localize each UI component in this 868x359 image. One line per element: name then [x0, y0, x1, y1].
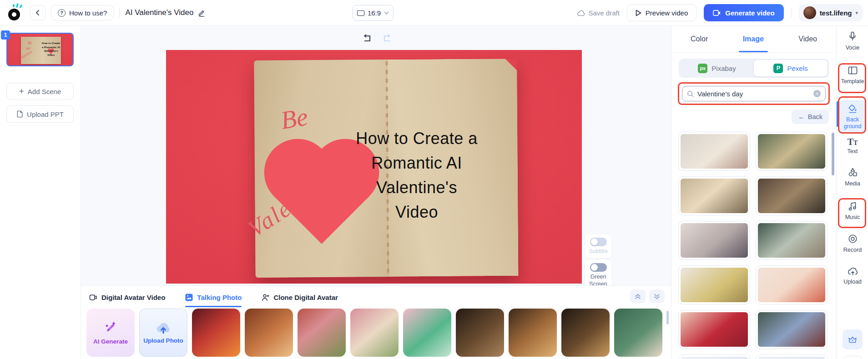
mini-handwriting: Valentine: [20, 50, 33, 60]
image-result[interactable]: [678, 265, 750, 304]
avatar-thumbnail[interactable]: [614, 309, 662, 357]
subtitle-toggle[interactable]: Subtitle: [585, 234, 611, 258]
avatar-thumbnail[interactable]: [403, 309, 451, 357]
search-icon: [687, 90, 694, 97]
image-results-grid: [678, 132, 828, 359]
image-result[interactable]: [678, 354, 750, 359]
rail-item-voice[interactable]: Vocie: [837, 31, 868, 51]
avatar-thumbnail[interactable]: [192, 309, 240, 357]
green-screen-switch[interactable]: [590, 263, 607, 272]
avatar-thumbnail[interactable]: [350, 309, 399, 357]
generate-video-button[interactable]: Generate video: [704, 4, 783, 21]
result-image: [681, 268, 748, 302]
video-canvas[interactable]: Be my Valentine How to Create a Romantic…: [166, 50, 582, 284]
rail-item-music[interactable]: Music: [837, 201, 868, 221]
question-icon: ?: [58, 9, 66, 17]
search-input[interactable]: [697, 90, 810, 98]
image-result[interactable]: [678, 221, 750, 260]
rail-label: Text: [837, 148, 868, 155]
avatar-thumbnail[interactable]: [509, 309, 557, 357]
cloud-upload-icon: [155, 320, 172, 334]
results-scrollbar[interactable]: [832, 133, 834, 175]
avatar-thumbnail[interactable]: [456, 309, 504, 357]
divider: [119, 8, 120, 18]
tab-talking-photo[interactable]: Talking Photo: [185, 289, 242, 305]
image-result[interactable]: [756, 265, 828, 304]
tab-label: Clone Digital Avatar: [273, 294, 338, 301]
image-result[interactable]: [756, 132, 828, 171]
avatar-thumbnail[interactable]: [298, 309, 346, 357]
video-icon: [713, 10, 721, 16]
how-to-use-button[interactable]: ? How to use?: [51, 5, 114, 20]
rail-label: Record: [837, 247, 868, 254]
logo-tick: [19, 5, 23, 9]
rail-item-background[interactable]: Back ground: [839, 100, 866, 133]
tab-color[interactable]: Color: [691, 26, 708, 52]
record-icon: [848, 234, 858, 244]
source-pixabay[interactable]: px Pixabay: [680, 60, 754, 76]
rail-item-text[interactable]: TT Text: [837, 137, 868, 155]
upload-photo-button[interactable]: Upload Photo: [139, 309, 187, 357]
ratio-rect-icon: [357, 10, 364, 16]
document-icon: [16, 110, 23, 118]
image-result[interactable]: [678, 176, 750, 215]
tab-video[interactable]: Video: [798, 26, 817, 52]
source-pexels[interactable]: P Pexels: [754, 60, 828, 76]
image-result[interactable]: [678, 132, 750, 171]
premium-crown-button[interactable]: [843, 329, 863, 349]
avatar-panel: Digital Avatar Video Talking Photo Clone…: [81, 285, 671, 359]
background-panel: Color Image Video px Pixabay P Pexels × …: [671, 26, 836, 359]
tab-image[interactable]: Image: [743, 26, 764, 52]
back-button-panel[interactable]: ← Back: [792, 110, 829, 124]
scene-number-badge: 1: [1, 30, 10, 40]
result-image: [758, 179, 825, 213]
collapse-panel-button[interactable]: [630, 289, 646, 303]
logo-tick: [16, 3, 19, 8]
active-tool-indicator: [836, 101, 838, 127]
rail-item-media[interactable]: Media: [837, 168, 868, 187]
undo-button[interactable]: [362, 33, 373, 44]
add-scene-button[interactable]: + Add Scene: [6, 83, 74, 100]
rail-item-template[interactable]: Template: [837, 66, 868, 85]
rail-item-record[interactable]: Record: [837, 234, 868, 254]
image-result[interactable]: [756, 354, 828, 359]
avatar-thumbnail[interactable]: [561, 309, 610, 357]
upload-ppt-button[interactable]: Upload PPT: [6, 105, 74, 123]
shapes-icon: [848, 168, 858, 177]
mini-handwriting: Be: [27, 40, 32, 45]
ai-generate-label: AI Generate: [90, 338, 131, 346]
rail-label: Upload: [837, 279, 868, 285]
chevron-left-icon: [35, 10, 41, 16]
ai-generate-button[interactable]: AI Generate: [86, 309, 135, 357]
user-menu[interactable]: test.lifeng ▾: [799, 4, 863, 21]
tab-clone-digital-avatar[interactable]: Clone Digital Avatar: [262, 289, 338, 305]
expand-panel-button[interactable]: [649, 289, 665, 303]
subtitle-switch[interactable]: [590, 238, 607, 246]
edit-title-icon[interactable]: [197, 9, 205, 17]
preview-video-button[interactable]: Preview video: [627, 4, 696, 21]
avatar-thumbnail[interactable]: [245, 309, 293, 357]
aspect-ratio-dropdown[interactable]: 16:9: [353, 5, 394, 21]
plus-icon: +: [19, 87, 24, 95]
save-draft-button[interactable]: Save draft: [577, 9, 619, 17]
image-result[interactable]: [756, 221, 828, 260]
magic-wand-icon: [103, 319, 118, 335]
template-icon: [848, 66, 858, 75]
rail-item-upload[interactable]: Upload: [837, 267, 868, 285]
back-label: Back: [808, 113, 823, 120]
avatar-strip-scrollbar[interactable]: [666, 311, 669, 324]
image-result[interactable]: [756, 176, 828, 215]
avatar-strip: AI Generate Upload Photo: [86, 309, 662, 357]
back-button[interactable]: [30, 5, 45, 20]
scene-thumbnail[interactable]: Be my Valentine ♥ How to Create a Romant…: [6, 33, 74, 66]
subtitle-label: Subtitle: [586, 248, 610, 255]
image-result[interactable]: [678, 310, 750, 349]
divider: [791, 8, 792, 18]
tab-digital-avatar-video[interactable]: Digital Avatar Video: [89, 289, 165, 305]
search-annotation-box: ×: [678, 82, 830, 105]
image-result[interactable]: [756, 310, 828, 349]
add-scene-label: Add Scene: [28, 88, 61, 95]
redo-button[interactable]: [382, 33, 393, 44]
clear-search-icon[interactable]: ×: [813, 90, 821, 97]
rail-label: Back ground: [839, 116, 866, 130]
